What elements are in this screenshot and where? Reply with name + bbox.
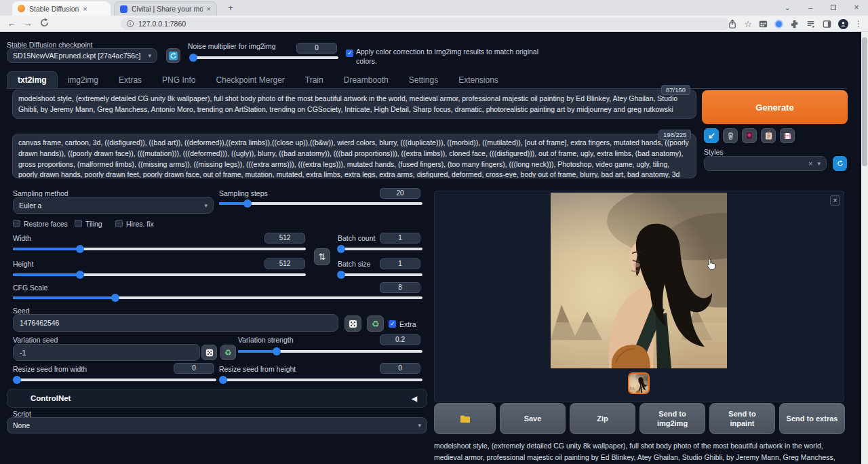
batch-count-label: Batch count [338,234,375,242]
maximize-button[interactable] [822,0,845,16]
reload-button[interactable] [38,18,50,30]
clear-styles-icon[interactable]: × [808,159,812,168]
address-bar[interactable]: 127.0.0.1:7860 [121,18,730,30]
batch-size-value[interactable]: 1 [380,258,420,269]
browser-menu-icon[interactable]: ⋮ [854,19,863,28]
script-dropdown[interactable]: None ▾ [7,417,427,433]
batch-count-value[interactable]: 1 [380,233,420,244]
resize-seed-height-slider[interactable] [219,379,422,381]
resize-seed-width-value[interactable]: 0 [174,363,214,374]
batch-count-slider[interactable] [338,248,422,250]
apply-style-button[interactable] [761,128,776,143]
sampling-method-dropdown[interactable]: Euler a ▾ [13,197,214,214]
hires-fix-checkbox[interactable] [115,220,123,227]
save-style-button[interactable] [780,128,795,143]
tab-close-icon[interactable]: × [83,5,87,13]
height-value[interactable]: 512 [264,258,305,269]
save-button[interactable]: Save [500,403,566,434]
cfg-scale-value[interactable]: 8 [380,282,420,293]
refresh-checkpoints-button[interactable] [166,48,180,63]
extension-grid-icon[interactable] [758,19,768,29]
reuse-seed-button[interactable]: ♻ [367,315,384,332]
noise-multiplier-value[interactable]: 0 [296,43,337,54]
tab-settings[interactable]: Settings [399,72,448,88]
height-slider[interactable] [13,273,306,276]
checkpoint-dropdown[interactable]: SD15NewVAEpruned.ckpt [27a4ac756c] ▾ [7,48,157,63]
generate-button[interactable]: Generate [702,90,848,124]
back-button[interactable]: ← [5,18,18,30]
variation-seed-label: Variation seed [13,336,58,344]
hand-pointer-icon [705,258,716,271]
browser-toolbar: ← → 127.0.0.1:7860 ☆ ⋮ [0,16,868,32]
variation-seed-input[interactable]: -1 [13,344,200,361]
site-info-icon[interactable] [126,20,134,28]
controlnet-accordion[interactable]: ControlNet ◀ [7,389,427,408]
tiling-checkbox[interactable] [75,220,82,227]
send-to-inpaint-button[interactable]: Send to inpaint [709,403,775,434]
variation-strength-slider[interactable] [238,350,422,353]
clear-prompt-button[interactable] [723,128,738,143]
variation-strength-value[interactable]: 0.2 [380,334,420,345]
styles-dropdown[interactable]: × ▾ [704,156,827,171]
window-chevron-icon[interactable]: ⌄ [776,0,799,16]
send-to-img2img-button[interactable]: Send to img2img [639,403,705,434]
seed-input[interactable]: 1476462546 [13,314,338,332]
negative-prompt-input[interactable]: canvas frame, cartoon, 3d, ((disfigured)… [12,134,696,178]
send-to-extras-button[interactable]: Send to extras [779,403,845,434]
batch-size-slider[interactable] [338,273,422,276]
scrollbar-thumb[interactable] [862,37,867,166]
restore-faces-checkbox[interactable] [13,220,20,227]
tab-png-info[interactable]: PNG Info [152,72,205,88]
close-gallery-button[interactable]: × [830,195,840,206]
color-correction-checkbox[interactable] [346,50,353,57]
variation-strength-label: Variation strength [238,336,294,344]
tab-close-icon[interactable]: × [207,5,211,13]
minimize-button[interactable]: – [799,0,822,16]
restore-faces-label: Restore faces [24,220,68,228]
side-panel-icon[interactable] [822,19,832,29]
resize-seed-width-slider[interactable] [13,379,216,381]
open-folder-button[interactable] [434,403,496,434]
clipboard-icon [765,132,772,140]
gallery-thumbnail-selected[interactable] [628,372,650,394]
close-window-button[interactable]: × [845,0,868,16]
sampling-steps-slider[interactable] [219,202,422,205]
width-value[interactable]: 512 [264,233,305,244]
sampling-steps-value[interactable]: 20 [380,188,420,199]
extra-seed-checkbox[interactable] [389,320,396,328]
width-slider[interactable] [13,248,306,250]
refresh-styles-button[interactable] [833,156,847,171]
bookmark-star-icon[interactable]: ☆ [744,19,752,29]
browser-tab-civitai[interactable]: Civitai | Share your models × [114,1,217,16]
tab-txt2img[interactable]: txt2img [7,71,58,88]
page-scrollbar[interactable] [861,32,868,464]
random-variation-seed-button[interactable] [201,345,217,360]
browser-tab-stable-diffusion[interactable]: Stable Diffusion × [12,1,111,16]
resize-seed-height-value[interactable]: 0 [380,363,420,374]
zip-button[interactable]: Zip [570,403,635,434]
extensions-puzzle-icon[interactable] [789,19,800,29]
paste-params-button[interactable] [704,128,719,143]
main-tab-nav: txt2img img2img Extras PNG Info Checkpoi… [7,72,848,89]
generated-image[interactable] [551,193,727,368]
swap-dimensions-button[interactable]: ⇅ [314,248,330,265]
reading-list-icon[interactable] [806,19,816,29]
variation-seed-value: -1 [20,349,26,357]
profile-avatar[interactable] [838,19,848,29]
share-icon[interactable] [728,19,738,29]
tab-extras[interactable]: Extras [108,72,152,88]
tab-checkpoint-merger[interactable]: Checkpoint Merger [205,72,294,88]
reuse-variation-seed-button[interactable]: ♻ [220,345,236,360]
forward-button[interactable]: → [22,18,34,30]
blue-extension-icon[interactable] [774,20,783,28]
cfg-scale-slider[interactable] [13,296,422,299]
new-tab-button[interactable]: + [225,3,236,14]
tab-dreambooth[interactable]: Dreambooth [334,72,399,88]
random-seed-button[interactable] [344,315,361,332]
noise-multiplier-slider[interactable] [191,56,338,59]
prompt-input[interactable]: modelshoot style, (extremely detailed CG… [12,90,696,119]
tab-extensions[interactable]: Extensions [448,72,509,88]
tab-train[interactable]: Train [295,72,334,88]
tab-img2img[interactable]: img2img [58,72,108,88]
style-card-button[interactable] [742,128,757,143]
